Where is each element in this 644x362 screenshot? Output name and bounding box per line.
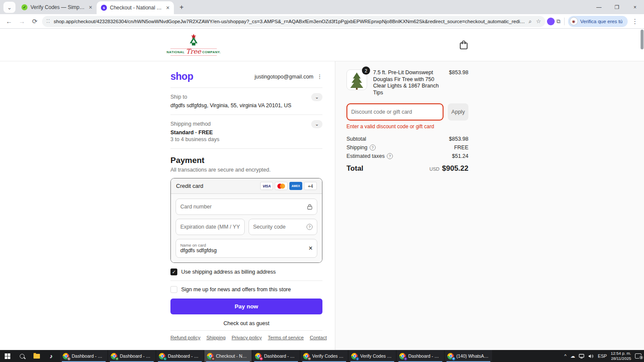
taskbar-clock[interactable]: 12:54 p. m. 28/11/2025 bbox=[611, 351, 631, 361]
page-scrollbar[interactable] bbox=[641, 30, 644, 49]
card-number-field[interactable] bbox=[176, 199, 317, 215]
taskbar-window-button[interactable]: RDashboard - Googl... bbox=[252, 350, 300, 362]
checkout-as-guest-link[interactable]: Check out as guest bbox=[170, 320, 322, 326]
shipping-help-icon[interactable]: ? bbox=[370, 145, 376, 151]
product-title: 7.5 ft. Pre-Lit Downswept Douglas Fir Tr… bbox=[373, 69, 443, 97]
close-tab-icon[interactable]: × bbox=[88, 4, 93, 11]
toolbar-separator bbox=[564, 18, 565, 25]
browser-menu-icon[interactable]: ⋮ bbox=[629, 16, 641, 27]
taxes-row: Estimated taxes? $51.24 bbox=[346, 153, 468, 159]
taskbar-window-label: Dashboard - Googl... bbox=[120, 353, 153, 359]
forward-button[interactable]: → bbox=[16, 16, 27, 27]
site-info-icon[interactable]: ⁚⁚ bbox=[46, 18, 50, 24]
cart-bag-icon[interactable] bbox=[459, 40, 468, 50]
logo-text: NATIONAL Tree COMPANY. bbox=[170, 48, 217, 56]
extensions-puzzle-icon[interactable]: ⧉ bbox=[556, 18, 560, 25]
volume-icon[interactable] bbox=[588, 354, 594, 359]
footer-links: Refund policyShippingPrivacy policyTerms… bbox=[170, 335, 322, 340]
credit-card-label: Credit card bbox=[176, 183, 204, 189]
store-logo[interactable]: NATIONAL Tree COMPANY. bbox=[170, 34, 217, 56]
date: 28/11/2025 bbox=[611, 356, 631, 361]
apply-discount-button[interactable]: Apply bbox=[448, 103, 468, 121]
file-explorer-button[interactable] bbox=[29, 350, 44, 362]
profile-button[interactable]: ◉ Verifica que eres tú bbox=[568, 16, 628, 27]
minimize-button[interactable]: — bbox=[590, 0, 608, 14]
tiktok-button[interactable]: ♪ bbox=[44, 350, 58, 362]
taskbar-window-button[interactable]: LDashboard - Googl... bbox=[156, 350, 204, 362]
language-indicator[interactable]: ESP bbox=[598, 353, 607, 359]
taskbar-window-button[interactable]: nCheckout - Nation... bbox=[204, 350, 252, 362]
name-on-card-field[interactable]: Name on card dfgdfs sdfgfdsg × bbox=[176, 239, 317, 258]
notification-center-icon[interactable]: 3 bbox=[635, 353, 641, 359]
network-icon[interactable] bbox=[579, 354, 584, 359]
onedrive-cloud-icon[interactable]: ☁ bbox=[570, 353, 575, 359]
account-menu-icon[interactable]: ⋮ bbox=[317, 73, 322, 80]
extension-icon[interactable] bbox=[547, 18, 555, 25]
subtotal-value: $853.98 bbox=[449, 136, 468, 142]
windows-taskbar: ♪ LDashboard - Googl...dDashboard - Goog… bbox=[0, 350, 644, 362]
credit-card-box: Credit card VISA AMEX +4 bbox=[170, 178, 322, 263]
taxes-help-icon[interactable]: ? bbox=[387, 153, 393, 159]
divider bbox=[170, 115, 322, 115]
billing-checkbox[interactable]: ✓ bbox=[170, 268, 177, 275]
reload-button[interactable]: ⟳ bbox=[29, 16, 40, 27]
taskbar-search-button[interactable] bbox=[15, 350, 29, 362]
zoom-icon[interactable]: ⌕ bbox=[529, 18, 532, 25]
expiry-field[interactable] bbox=[176, 219, 245, 235]
address-bar[interactable]: ⁚⁚ shop.app/checkout/42328326304/cn/hWN5… bbox=[42, 16, 545, 27]
newsletter-checkbox[interactable] bbox=[170, 286, 177, 293]
security-code-input[interactable] bbox=[253, 224, 307, 230]
help-icon[interactable]: ? bbox=[307, 224, 313, 230]
taskbar-window-label: Checkout - Nation... bbox=[216, 353, 249, 359]
discount-code-field[interactable] bbox=[346, 103, 444, 121]
taskbar-window-label: Dashboard - Googl... bbox=[168, 353, 201, 359]
footer-link[interactable]: Contact bbox=[310, 335, 327, 340]
bookmark-star-icon[interactable]: ☆ bbox=[536, 18, 541, 25]
taskbar-window-button[interactable]: LDashboard - Googl... bbox=[60, 350, 107, 362]
footer-link[interactable]: Terms of service bbox=[268, 335, 304, 340]
shipping-method-expand-button[interactable]: ⌄ bbox=[311, 120, 322, 128]
close-tab-icon[interactable]: × bbox=[165, 4, 170, 11]
clear-field-icon[interactable]: × bbox=[309, 244, 313, 252]
tab-search-button[interactable]: ⌄ bbox=[3, 2, 15, 13]
back-button[interactable]: ← bbox=[3, 16, 15, 27]
name-on-card-value[interactable]: dfgdfs sdfgfdsg bbox=[180, 247, 309, 254]
footer-link[interactable]: Shipping bbox=[207, 335, 226, 340]
card-number-input[interactable] bbox=[180, 204, 307, 210]
footer-link[interactable]: Refund policy bbox=[170, 335, 200, 340]
newsletter-row[interactable]: Sign me up for news and offers from this… bbox=[170, 286, 322, 293]
taskbar-window-button[interactable]: rDashboard - Googl... bbox=[397, 350, 444, 362]
credit-card-option[interactable]: Credit card VISA AMEX +4 bbox=[171, 178, 322, 194]
ship-to-expand-button[interactable]: ⌄ bbox=[311, 93, 322, 101]
window-controls: — ❐ × bbox=[590, 0, 644, 14]
close-window-button[interactable]: × bbox=[626, 0, 644, 14]
discount-code-input[interactable] bbox=[351, 109, 439, 115]
divider bbox=[170, 87, 322, 88]
new-tab-button[interactable]: + bbox=[176, 2, 187, 12]
tree-logo-icon bbox=[187, 34, 200, 48]
profile-mini-avatar: r bbox=[404, 357, 407, 361]
pay-now-button[interactable]: Pay now bbox=[170, 299, 322, 314]
tab-checkout[interactable]: s Checkout - National Tree Comp × bbox=[97, 1, 174, 14]
total-row: Total USD $905.22 bbox=[346, 164, 468, 173]
taskbar-window-button[interactable]: P(140) WhatsApp - G... bbox=[445, 350, 492, 362]
start-button[interactable] bbox=[0, 350, 15, 362]
profile-label: Verifica que eres tú bbox=[580, 19, 623, 24]
tab-simplycodes[interactable]: ✓ Verify Codes — SimplyCodes × bbox=[17, 2, 97, 13]
expiry-input[interactable] bbox=[180, 224, 240, 230]
taskbar-windows: LDashboard - Googl...dDashboard - Googl.… bbox=[60, 350, 492, 362]
footer-divider bbox=[170, 330, 322, 331]
footer-link[interactable]: Privacy policy bbox=[231, 335, 261, 340]
taskbar-window-button[interactable]: jVerify Codes — Sim... bbox=[349, 350, 396, 362]
taskbar-window-button[interactable]: MVerify Codes — Sim... bbox=[301, 350, 348, 362]
restore-button[interactable]: ❐ bbox=[608, 0, 626, 14]
profile-mini-avatar: d bbox=[115, 357, 119, 361]
product-row: 2 7.5 ft. Pre-Lit Downswept Douglas Fir … bbox=[346, 69, 468, 97]
hidden-icons-chevron[interactable]: ^ bbox=[564, 353, 566, 359]
taskbar-window-button[interactable]: dDashboard - Googl... bbox=[108, 350, 155, 362]
profile-mini-avatar: M bbox=[307, 357, 311, 361]
profile-mini-avatar: R bbox=[259, 357, 263, 361]
billing-address-row[interactable]: ✓ Use shipping address as billing addres… bbox=[170, 268, 322, 275]
security-code-field[interactable]: ? bbox=[249, 219, 318, 235]
divider bbox=[170, 281, 322, 281]
